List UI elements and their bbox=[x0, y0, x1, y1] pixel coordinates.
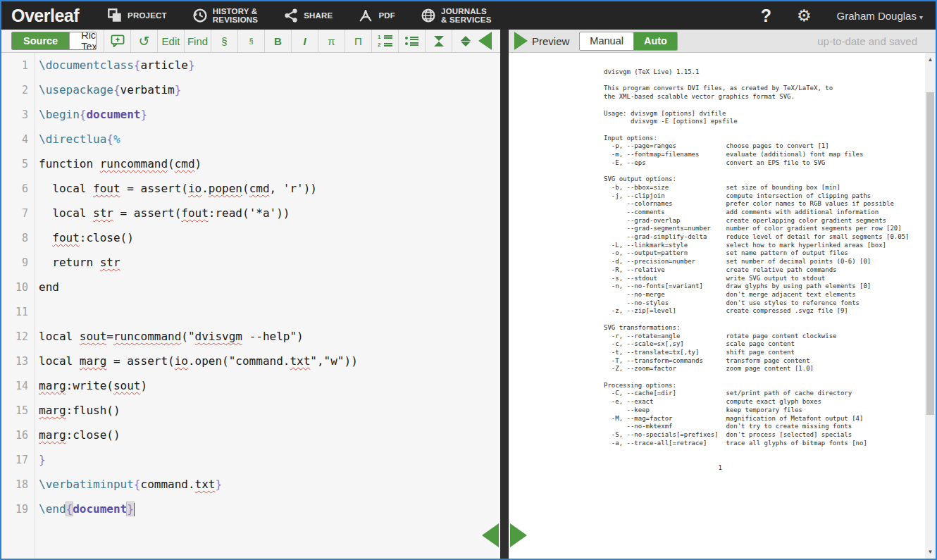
code-line[interactable]: 16marg:close() bbox=[1, 423, 500, 447]
find-button[interactable]: Find bbox=[184, 30, 211, 52]
code-line-content: marg:write(sout) bbox=[35, 379, 147, 392]
preview-scrollbar[interactable]: ▲ ▼ bbox=[925, 53, 936, 559]
code-line[interactable]: 6 local fout = assert(io.popen(cmd, 'r')… bbox=[1, 176, 500, 201]
history-restore-icon: ↺ bbox=[139, 33, 150, 49]
expand-preview-arrow-bottom[interactable] bbox=[510, 523, 527, 547]
code-line-content: local sout=runcommand("dvisvgm --help") bbox=[35, 330, 304, 343]
line-number: 1 bbox=[1, 59, 35, 72]
code-line-content: \begin{document} bbox=[35, 108, 147, 121]
user-name: Graham Douglas bbox=[837, 10, 917, 22]
history-icon bbox=[192, 8, 208, 23]
line-number: 14 bbox=[1, 380, 35, 392]
code-line[interactable]: 14marg:write(sout) bbox=[1, 373, 500, 398]
rich-text-button[interactable]: Rich Text bbox=[69, 32, 97, 49]
nav-label-project: PROJECT bbox=[128, 11, 167, 20]
overleaf-logo[interactable]: Overleaf bbox=[11, 6, 79, 26]
code-line-content: \documentclass{article} bbox=[35, 58, 195, 72]
unfold-more-icon bbox=[461, 36, 471, 46]
line-number: 4 bbox=[1, 133, 35, 146]
editor-toolbar: Source Rich Text ↺ Edit Find § § B I π bbox=[1, 30, 500, 53]
code-line[interactable]: 17} bbox=[1, 447, 500, 472]
code-editor[interactable]: 1\documentclass{article}2\usepackage{ver… bbox=[1, 53, 500, 559]
track-changes-button[interactable]: ↺ bbox=[130, 30, 157, 52]
code-line-content: marg:close() bbox=[35, 428, 120, 442]
code-line[interactable]: 11 bbox=[1, 299, 500, 324]
line-number: 16 bbox=[1, 429, 35, 442]
user-menu[interactable]: Graham Douglas▾ bbox=[837, 10, 923, 22]
line-number: 12 bbox=[1, 330, 35, 343]
chevron-down-icon: ▾ bbox=[919, 13, 923, 21]
line-number: 17 bbox=[1, 454, 35, 466]
main-split: Source Rich Text ↺ Edit Find § § B I π bbox=[1, 30, 936, 559]
code-line[interactable]: 8 fout:close() bbox=[1, 225, 500, 250]
source-button[interactable]: Source bbox=[12, 32, 69, 49]
italic-button[interactable]: I bbox=[291, 30, 318, 52]
pdf-icon bbox=[358, 8, 373, 23]
code-line[interactable]: 12local sout=runcommand("dvisvgm --help"… bbox=[1, 324, 500, 349]
collapse-editor-arrow[interactable] bbox=[478, 32, 492, 50]
nav-item-share[interactable]: SHARE bbox=[283, 8, 333, 23]
globe-icon bbox=[421, 8, 436, 23]
fold-all-button[interactable] bbox=[425, 30, 452, 52]
scroll-down-arrow[interactable]: ▼ bbox=[925, 547, 936, 557]
code-line-content: \end{document} bbox=[35, 502, 135, 516]
unfold-less-icon bbox=[434, 36, 444, 46]
scroll-up-arrow[interactable]: ▲ bbox=[925, 54, 936, 65]
unfold-all-button[interactable] bbox=[452, 30, 478, 52]
inline-math-button[interactable]: π bbox=[318, 30, 345, 52]
code-line[interactable]: 1\documentclass{article} bbox=[1, 53, 500, 77]
nav-label-history: HISTORY & REVISIONS bbox=[213, 7, 258, 24]
numbered-list-button[interactable]: 1 2 bbox=[371, 30, 398, 52]
help-button[interactable]: ? bbox=[761, 6, 771, 26]
bullet-list-button[interactable] bbox=[398, 30, 425, 52]
code-line[interactable]: 15marg:flush() bbox=[1, 398, 500, 423]
code-line[interactable]: 4\directlua{% bbox=[1, 127, 500, 151]
line-number: 9 bbox=[1, 256, 35, 269]
compile-mode-toggle: Manual Auto bbox=[579, 32, 678, 51]
manual-compile-button[interactable]: Manual bbox=[580, 32, 633, 50]
bullet-list-icon bbox=[405, 37, 418, 46]
code-line[interactable]: 7 local str = assert(fout:read('*a')) bbox=[1, 201, 500, 225]
code-line-content: function runcommand(cmd) bbox=[35, 157, 201, 170]
auto-compile-button[interactable]: Auto bbox=[633, 32, 677, 50]
line-number: 19 bbox=[1, 503, 35, 516]
gutter-divider bbox=[35, 53, 35, 559]
code-line-content: local marg = assert(io.open("command.txt… bbox=[35, 354, 358, 368]
preview-toolbar: Preview Manual Auto up-to-date and saved bbox=[509, 30, 936, 53]
code-line-content: } bbox=[35, 453, 46, 466]
nav-item-pdf[interactable]: PDF bbox=[358, 8, 395, 23]
nav-item-history-revisions[interactable]: HISTORY & REVISIONS bbox=[192, 7, 258, 24]
bold-button[interactable]: B bbox=[264, 30, 291, 52]
pane-divider[interactable] bbox=[500, 30, 509, 559]
line-number: 6 bbox=[1, 182, 35, 195]
preview-pane: Preview Manual Auto up-to-date and saved… bbox=[509, 30, 936, 559]
code-line[interactable]: 5function runcommand(cmd) bbox=[1, 151, 500, 176]
nav-item-project[interactable]: PROJECT bbox=[107, 8, 167, 23]
code-line[interactable]: 19\end{document} bbox=[1, 497, 500, 521]
line-number: 10 bbox=[1, 281, 35, 294]
line-number: 5 bbox=[1, 158, 35, 170]
nav-item-journals-services[interactable]: JOURNALS & SERVICES bbox=[421, 7, 491, 24]
code-line[interactable]: 3\begin{document} bbox=[1, 102, 500, 127]
code-line[interactable]: 13local marg = assert(io.open("command.t… bbox=[1, 349, 500, 373]
display-math-button[interactable]: Π bbox=[345, 30, 371, 52]
code-line[interactable]: 2\usepackage{verbatim} bbox=[1, 77, 500, 102]
code-line[interactable]: 18\verbatiminput{command.txt} bbox=[1, 472, 500, 497]
subsection-button[interactable]: § bbox=[237, 30, 264, 52]
code-line[interactable]: 9 return str bbox=[1, 250, 500, 275]
code-line[interactable]: 10end bbox=[1, 275, 500, 299]
edit-menu-button[interactable]: Edit bbox=[157, 30, 184, 52]
numbered-list-icon: 1 2 bbox=[378, 35, 392, 48]
section-button[interactable]: § bbox=[211, 30, 237, 52]
top-navbar: Overleaf PROJECT HISTORY & REVISIONS SHA… bbox=[1, 1, 936, 30]
code-line-content: \directlua{% bbox=[35, 132, 120, 146]
preview-label[interactable]: Preview bbox=[532, 35, 569, 47]
line-number: 11 bbox=[1, 306, 35, 318]
code-line-content: \usepackage{verbatim} bbox=[35, 83, 181, 97]
expand-preview-arrow[interactable] bbox=[514, 32, 528, 50]
scrollbar-thumb[interactable] bbox=[926, 92, 934, 415]
add-comment-button[interactable] bbox=[104, 30, 130, 52]
collapse-editor-arrow-bottom[interactable] bbox=[482, 523, 499, 547]
gear-icon[interactable]: ⚙ bbox=[797, 8, 812, 24]
project-icon bbox=[107, 8, 123, 23]
